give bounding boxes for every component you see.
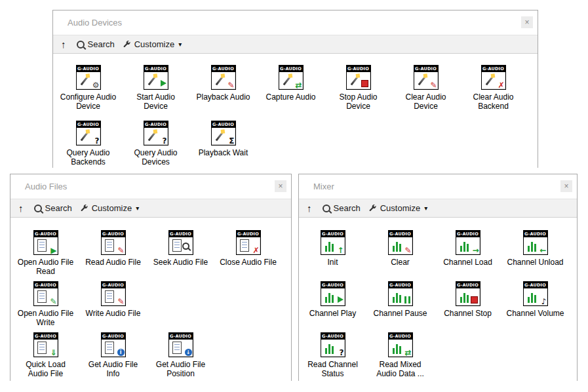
palette-item-label: Channel Unload	[507, 258, 563, 267]
titlebar[interactable]: Audio Files ×	[10, 174, 291, 199]
vi-icon-art: ↑	[321, 237, 345, 254]
vi-icon: G-AUDIO✎	[388, 230, 413, 255]
palette-item-init[interactable]: G-AUDIO↑Init	[299, 230, 366, 281]
palette-item-close-audio-file[interactable]: G-AUDIO✗Close Audio File	[214, 230, 282, 281]
up-level-button[interactable]: ↑	[58, 39, 69, 50]
vi-icon: G-AUDIOi	[101, 332, 126, 357]
customize-button[interactable]: Customize ▾	[119, 38, 186, 50]
palette-item-stop-audio-device[interactable]: G-AUDIOStop Audio Device	[324, 65, 392, 121]
palette-item-playback-audio[interactable]: G-AUDIO✎Playback Audio	[189, 65, 257, 121]
vi-icon: G-AUDIO✎	[414, 65, 439, 90]
palette-item-channel-load[interactable]: G-AUDIO→Channel Load	[434, 230, 501, 281]
vi-icon-brand: G-AUDIO	[456, 231, 480, 237]
palette-item-get-audio-file-info[interactable]: G-AUDIOiGet Audio File Info	[79, 332, 147, 383]
vi-icon-brand: G-AUDIO	[237, 231, 260, 237]
palette-item-clear-audio-device[interactable]: G-AUDIO✎Clear Audio Device	[392, 65, 460, 121]
palette-item-open-audio-file-read[interactable]: G-AUDIO▶Open Audio File Read	[12, 230, 79, 281]
vi-icon: G-AUDIO✎	[211, 65, 236, 90]
char-overlay-glyph: ✗	[498, 81, 504, 89]
vi-icon-art: ♪	[524, 288, 547, 305]
vi-icon-art: ✎	[212, 72, 235, 89]
customize-button[interactable]: Customize ▾	[364, 202, 431, 214]
palette-item-get-audio-file-position[interactable]: G-AUDIO↓Get Audio File Position	[147, 332, 214, 383]
palette-item-label: Write Audio File	[86, 309, 141, 318]
wand-glyph	[350, 77, 358, 86]
palette-item-channel-pause[interactable]: G-AUDIOChannel Pause	[366, 281, 434, 332]
vi-icon-art: ?	[321, 340, 345, 357]
up-arrow-icon: ↑	[61, 39, 66, 50]
palette-item-query-audio-devices[interactable]: G-AUDIO?Query Audio Devices	[122, 121, 189, 176]
palette-item-write-audio-file[interactable]: G-AUDIO✎Write Audio File	[79, 281, 147, 332]
vi-icon-brand: G-AUDIO	[34, 231, 58, 237]
window-title: Audio Devices	[68, 18, 122, 28]
palette-item-label: Close Audio File	[220, 258, 277, 267]
file-glyph	[240, 239, 249, 252]
titlebar[interactable]: Mixer ×	[299, 174, 577, 199]
search-button[interactable]: Search	[319, 202, 364, 214]
char-overlay-glyph: ✎	[430, 81, 437, 89]
vi-icon-art	[169, 237, 193, 254]
up-level-button[interactable]: ↑	[304, 203, 315, 214]
palette-item-configure-audio-device[interactable]: G-AUDIO⚙Configure Audio Device	[54, 65, 122, 121]
palette-window-audio-devices: Audio Devices × ↑ Search Customize ▾ G-A…	[52, 10, 538, 168]
vi-icon: G-AUDIO✗	[481, 65, 506, 90]
char-overlay-glyph: ?	[163, 137, 167, 145]
titlebar[interactable]: Audio Devices ×	[53, 10, 538, 35]
palette-item-label: Configure Audio Device	[58, 92, 119, 111]
palette-item-label: Playback Audio	[196, 92, 250, 102]
palette-row: G-AUDIO?Read Channel StatusG-AUDIO⇄Read …	[299, 332, 577, 383]
customize-button[interactable]: Customize ▾	[76, 202, 143, 214]
vi-icon: G-AUDIO?	[144, 121, 168, 146]
palette-item-channel-volume[interactable]: G-AUDIO♪Channel Volume	[501, 281, 569, 332]
eq-bars-glyph	[528, 293, 536, 303]
window-title: Audio Files	[25, 182, 67, 191]
eq-bars-glyph	[325, 293, 334, 303]
palette-item-quick-load-audio-file[interactable]: G-AUDIO⇓Quick Load Audio File	[12, 332, 79, 383]
palette-item-seek-audio-file[interactable]: G-AUDIOSeek Audio File	[147, 230, 214, 281]
palette-item-channel-unload[interactable]: G-AUDIO←Channel Unload	[501, 230, 569, 281]
search-button[interactable]: Search	[30, 202, 76, 214]
palette-item-clear-audio-backend[interactable]: G-AUDIO✗Clear Audio Backend	[460, 65, 527, 121]
vi-icon: G-AUDIO♪	[523, 281, 548, 306]
palette-item-start-audio-device[interactable]: G-AUDIOStart Audio Device	[122, 65, 189, 121]
vi-icon-brand: G-AUDIO	[347, 66, 370, 72]
play-overlay-glyph	[161, 80, 167, 87]
search-button[interactable]: Search	[73, 38, 119, 50]
vi-icon-art: ✗	[237, 237, 260, 254]
vi-icon-brand: G-AUDIO	[169, 333, 193, 340]
char-overlay-glyph: ↑	[337, 246, 343, 254]
vi-icon-brand: G-AUDIO	[34, 282, 58, 288]
palette-item-label: Playback Wait	[199, 148, 248, 157]
vi-icon-art: ✎	[389, 237, 412, 254]
palette-item-channel-stop[interactable]: G-AUDIOChannel Stop	[434, 281, 501, 332]
vi-icon-brand: G-AUDIO	[144, 66, 168, 72]
wand-glyph	[418, 77, 425, 86]
palette-item-capture-audio[interactable]: G-AUDIO⇄Capture Audio	[257, 65, 324, 121]
vi-icon-art: ?	[144, 128, 168, 145]
vi-icon: G-AUDIO⇓	[33, 332, 58, 357]
vi-icon-art: ⇓	[34, 340, 58, 357]
palette-item-query-audio-backends[interactable]: G-AUDIO?Query Audio Backends	[54, 121, 122, 176]
palette-item-channel-play[interactable]: G-AUDIOChannel Play	[299, 281, 366, 332]
palette-item-label: Query Audio Devices	[126, 148, 186, 167]
close-button[interactable]: ×	[275, 180, 286, 192]
vi-icon-brand: G-AUDIO	[279, 66, 303, 72]
palette-item-read-channel-status[interactable]: G-AUDIO?Read Channel Status	[299, 332, 366, 383]
palette-item-clear[interactable]: G-AUDIO✎Clear	[366, 230, 434, 281]
pause-overlay-glyph	[404, 296, 410, 304]
vi-icon: G-AUDIO✎	[101, 281, 126, 306]
palette-item-playback-wait[interactable]: G-AUDIOΣPlayback Wait	[189, 121, 257, 176]
vi-icon: G-AUDIO?	[321, 332, 345, 357]
palette-item-read-mixed-audio-data[interactable]: G-AUDIO⇄Read Mixed Audio Data ...	[366, 332, 434, 383]
close-button[interactable]: ×	[560, 180, 572, 192]
up-level-button[interactable]: ↑	[16, 203, 26, 214]
palette-item-open-audio-file-write[interactable]: G-AUDIO✎Open Audio File Write	[12, 281, 79, 332]
vi-icon: G-AUDIO?	[76, 121, 101, 146]
palette-item-read-audio-file[interactable]: G-AUDIO✎Read Audio File	[79, 230, 147, 281]
wand-glyph	[215, 132, 223, 142]
close-button[interactable]: ×	[521, 16, 533, 28]
file-glyph	[105, 239, 114, 252]
vi-icon-brand: G-AUDIO	[524, 282, 547, 288]
vi-icon-brand: G-AUDIO	[389, 231, 412, 237]
vi-icon-brand: G-AUDIO	[321, 231, 345, 237]
